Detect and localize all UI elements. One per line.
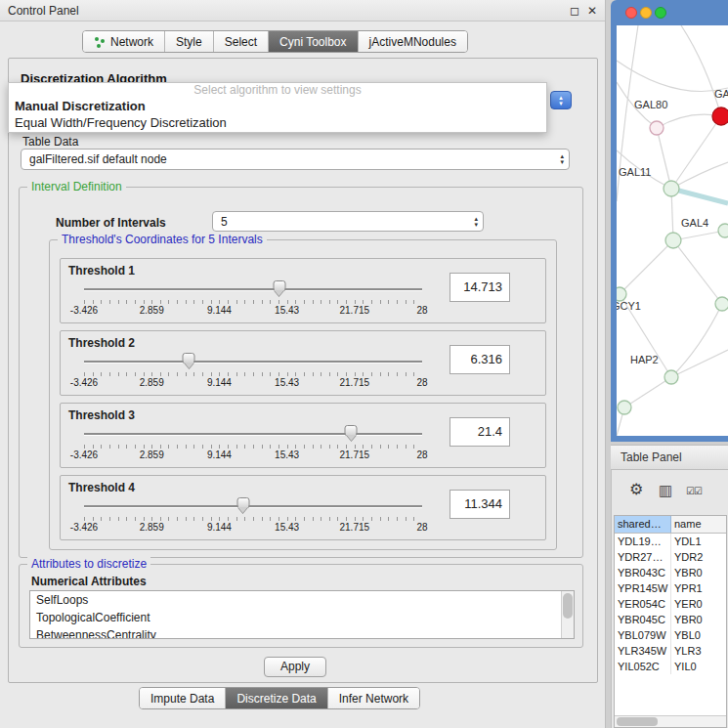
tab-label: Impute Data <box>150 692 214 706</box>
float-icon[interactable]: ◻ <box>570 4 579 18</box>
scale-label: 9.144 <box>207 450 232 460</box>
tab-network[interactable]: Network <box>83 31 165 52</box>
cell-shared-name: YPR145W <box>615 580 671 596</box>
attributes-listbox[interactable]: SelfLoopsTopologicalCoefficientBetweenne… <box>29 590 575 639</box>
control-panel-titlebar[interactable]: Control Panel ◻ ✕ <box>0 0 605 21</box>
bottom-tab-infer-network[interactable]: Infer Network <box>328 688 419 708</box>
network-edge[interactable] <box>620 240 673 294</box>
tab-select[interactable]: Select <box>214 31 269 52</box>
network-edge[interactable] <box>624 377 671 407</box>
network-node[interactable] <box>664 181 679 196</box>
slider-scale: -3.4262.8599.14415.4321.71528 <box>84 305 422 316</box>
attributes-scrollbar[interactable] <box>561 591 574 638</box>
table-row[interactable]: YER054CYER0 <box>615 596 726 612</box>
slider-thumb-icon[interactable] <box>345 425 358 436</box>
gear-icon[interactable]: ⚙ <box>629 480 643 498</box>
scale-label: 9.144 <box>207 522 232 533</box>
network-canvas[interactable]: GAL80GAGAL11GAL4GCY1HAP2 <box>617 25 728 436</box>
network-edge[interactable] <box>671 350 728 377</box>
table-panel-titlebar[interactable]: Table Panel <box>611 445 728 470</box>
algorithm-combo-stepper-icon[interactable] <box>550 91 572 109</box>
attributes-group-title: Attributes to discretize <box>27 557 150 571</box>
network-edge[interactable] <box>657 114 721 128</box>
network-node[interactable] <box>650 121 664 135</box>
attribute-item[interactable]: BetweennessCentrality <box>30 626 574 639</box>
table-row[interactable]: YBL079WYBL0 <box>615 627 726 643</box>
tab-cyni-toolbox[interactable]: Cyni Toolbox <box>269 31 358 52</box>
table-data-combobox[interactable]: galFiltered.sif default node <box>21 149 570 170</box>
table-row[interactable]: YDL19…YDL1 <box>615 534 726 549</box>
network-node[interactable] <box>617 287 626 301</box>
threshold-label: Threshold 4 <box>68 481 135 494</box>
threshold-value-input[interactable]: 14.713 <box>450 273 510 302</box>
node-label: GCY1 <box>617 300 641 312</box>
cell-name: YIL0 <box>671 659 726 674</box>
algorithm-option-manual-discretization[interactable]: Manual Discretization <box>9 98 546 114</box>
threshold-slider[interactable] <box>84 353 422 368</box>
scale-label: 2.859 <box>140 522 164 533</box>
tab-label: Infer Network <box>339 692 408 706</box>
bottom-tab-discretize-data[interactable]: Discretize Data <box>226 688 327 708</box>
network-node[interactable] <box>718 224 728 237</box>
threshold-slider[interactable] <box>84 497 422 513</box>
slider-scale: -3.4262.8599.14415.4321.71528 <box>84 522 422 533</box>
threshold-value-input[interactable]: 11.344 <box>450 490 510 519</box>
table-row[interactable]: YBR045CYBR0 <box>615 612 726 627</box>
table-row[interactable]: YIL052CYIL0 <box>615 659 726 674</box>
scrollbar-thumb[interactable] <box>563 593 573 619</box>
columns-icon[interactable]: ▥ <box>659 482 672 499</box>
network-edge[interactable] <box>657 128 671 189</box>
table-row[interactable]: YPR145WYPR1 <box>615 580 726 596</box>
threshold-value-input[interactable]: 6.316 <box>450 345 510 374</box>
scale-label: -3.426 <box>70 305 98 316</box>
attribute-item[interactable]: SelfLoops <box>30 591 574 609</box>
network-edge[interactable] <box>671 304 722 377</box>
network-node[interactable] <box>618 401 631 414</box>
scale-label: 21.715 <box>340 305 370 316</box>
network-node[interactable] <box>712 107 728 125</box>
network-node[interactable] <box>665 233 681 248</box>
mac-close-button[interactable] <box>625 7 637 19</box>
threshold-block-3: Threshold 3-3.4262.8599.14415.4321.71528… <box>60 403 546 468</box>
network-edge[interactable] <box>671 189 728 203</box>
close-icon[interactable]: ✕ <box>587 4 597 18</box>
table-row[interactable]: YDR27…YDR2 <box>615 549 726 565</box>
mac-zoom-button[interactable] <box>655 7 666 19</box>
table-horizontal-scrollbar[interactable] <box>615 715 726 727</box>
tab-style[interactable]: Style <box>165 31 214 52</box>
threshold-slider[interactable] <box>84 280 422 296</box>
table-row[interactable]: YBR043CYBR0 <box>615 565 726 580</box>
tab-jactivemnodules[interactable]: jActiveMNodules <box>359 31 467 52</box>
table-data-value: galFiltered.sif default node <box>29 152 167 166</box>
threshold-slider[interactable] <box>84 425 422 441</box>
apply-button[interactable]: Apply <box>264 657 326 677</box>
column-header-name[interactable]: name <box>671 516 726 533</box>
column-header-shared-name[interactable]: shared… <box>615 516 671 533</box>
slider-thumb-icon[interactable] <box>183 353 195 364</box>
cell-shared-name: YDL19… <box>615 534 671 549</box>
network-edge[interactable] <box>681 25 721 116</box>
node-table: shared… name YDL19…YDL1YDR27…YDR2YBR043C… <box>614 515 727 728</box>
mac-minimize-button[interactable] <box>640 7 652 19</box>
bottom-tab-impute-data[interactable]: Impute Data <box>140 688 226 708</box>
network-edge[interactable] <box>673 240 722 304</box>
threshold-value-input[interactable]: 21.4 <box>450 417 510 447</box>
slider-thumb-icon[interactable] <box>273 280 285 291</box>
cell-name: YER0 <box>671 596 726 612</box>
cell-shared-name: YBR043C <box>615 565 671 580</box>
attribute-item[interactable]: TopologicalCoefficient <box>30 609 574 626</box>
scrollbar-thumb[interactable] <box>617 717 658 726</box>
cell-name: YLR3 <box>671 643 726 659</box>
table-row[interactable]: YLR345WYLR3 <box>615 643 726 659</box>
algorithm-popup-list: Manual DiscretizationEqual Width/Frequen… <box>9 98 546 131</box>
scale-label: 15.43 <box>275 377 299 388</box>
algorithm-option-equal-width-frequency-discretization[interactable]: Equal Width/Frequency Discretization <box>9 114 546 131</box>
number-of-intervals-combobox[interactable]: 5 <box>212 211 484 232</box>
slider-track <box>84 288 422 290</box>
network-node[interactable] <box>664 370 678 384</box>
threshold-stack: Threshold 1-3.4262.8599.14415.4321.71528… <box>60 258 546 543</box>
slider-thumb-icon[interactable] <box>236 497 249 508</box>
checkboxes-icon[interactable]: ☑☑ <box>686 486 702 496</box>
network-edge[interactable] <box>671 116 721 189</box>
network-node[interactable] <box>715 297 728 311</box>
